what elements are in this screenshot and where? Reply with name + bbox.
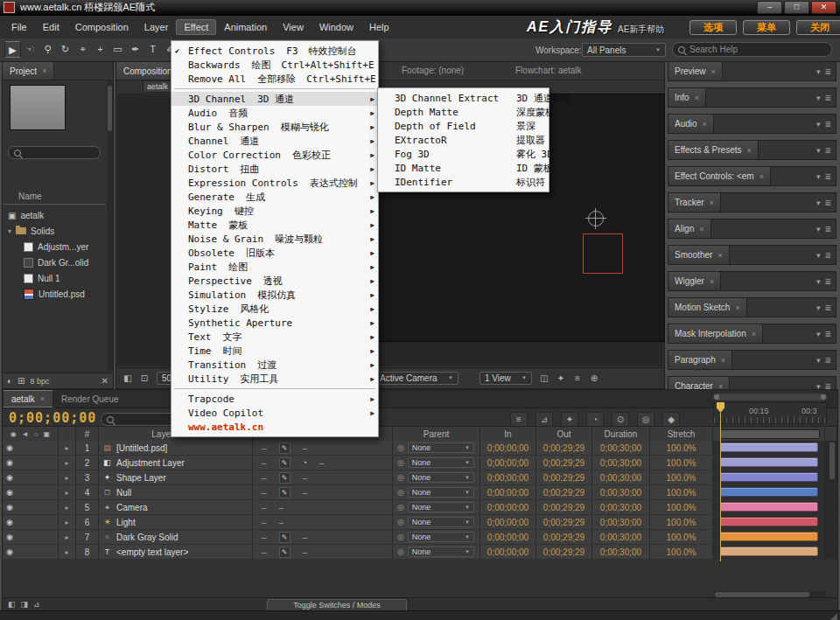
timeline-button-icon[interactable]: ≡ [570,372,584,385]
menu-view[interactable]: View [275,19,312,35]
panel-tab-info[interactable]: Info× [668,88,706,107]
pickwhip-icon[interactable]: ◎ [397,503,404,512]
pickwhip-icon[interactable]: ◎ [397,443,404,452]
layer-in-value[interactable]: 0;00;00;00 [480,456,536,470]
effect-menu-item-trapcode[interactable]: Trapcode▶ [172,392,378,406]
layer-duration-value[interactable]: 0;00;30;00 [592,485,650,499]
pixel-aspect-icon[interactable]: ◫ [537,372,551,385]
effect-menu-item-blur-sharpen[interactable]: Blur & Sharpen模糊与锐化▶ [172,120,378,134]
effect-menu-item-time[interactable]: Time时间▶ [172,344,378,358]
layer-name-cell[interactable]: T<empty text layer> [99,545,253,559]
effect-menu-item-simulation[interactable]: Simulation模拟仿真▶ [172,288,378,302]
pencil-switch-icon[interactable]: ✎ [279,442,290,454]
menu-edit[interactable]: Edit [35,19,67,35]
effect-menu-item-effect-controls[interactable]: ✔Effect ControlsF3特效控制台 [172,44,378,58]
timeline-vertical-scrollbar[interactable] [829,441,836,553]
eye-icon[interactable]: ◉ [6,443,13,452]
effect-menu-item-channel[interactable]: Channel通道▶ [172,134,378,148]
toggle-switches-modes-button[interactable]: Toggle Switches / Modes [267,599,407,611]
panel-tab-motion-sketch[interactable]: Motion Sketch× [668,298,747,317]
layer-stretch-value[interactable]: 100.0% [650,515,713,529]
layer-stretch-value[interactable]: 100.0% [650,441,713,455]
layer-duration-bar[interactable] [720,457,818,467]
layer-in-value[interactable]: 0;00;00;00 [480,515,536,529]
effect-menu-item-noise-grain[interactable]: Noise & Grain噪波与颗粒▶ [172,232,378,246]
layer-stretch-value[interactable]: 100.0% [650,545,713,559]
project-scrollbar[interactable] [107,80,113,371]
collapse-caret-icon[interactable]: ▾ [816,94,821,102]
menu-window[interactable]: Window [312,19,361,35]
layer-duration-value[interactable]: 0;00;30;00 [592,500,650,514]
project-search-input[interactable] [8,146,101,159]
workspace-dropdown[interactable]: All Panels ▼ [582,43,666,57]
layer-expander[interactable]: ▸ [59,456,76,470]
parent-select[interactable]: None▼ [408,487,474,498]
layer-expander[interactable]: ▸ [59,441,76,455]
effect-menu-item-obsolete[interactable]: Obsolete旧版本▶ [172,246,378,260]
collapse-caret-icon[interactable]: ▾ [816,199,821,207]
layer-out-value[interactable]: 0;00;29;29 [536,456,592,470]
panel-menu-icon[interactable]: ≣ [824,120,831,129]
menu-layer[interactable]: Layer [136,19,177,35]
layer-duration-value[interactable]: 0;00;30;00 [592,515,650,529]
pickwhip-icon[interactable]: ◎ [397,533,404,541]
point-of-interest-icon[interactable] [588,211,604,226]
effect-menu-item-keying[interactable]: Keying键控▶ [172,204,378,218]
pickwhip-icon[interactable]: ◎ [397,547,404,556]
pickwhip-icon[interactable]: ◎ [397,473,404,482]
close-icon[interactable]: × [718,251,722,260]
selection-tool-icon[interactable]: ▶ [4,41,21,58]
layer-row-3[interactable]: ◉▸3✦Shape Layer–✎–◎None▼0;00;00;000;00;2… [3,470,837,485]
effect-menu-item-www-aetalk-cn[interactable]: www.aetalk.cn [172,420,378,434]
time-navigator[interactable] [713,394,827,401]
close-icon[interactable]: × [711,67,716,76]
effect-menu-item-stylize[interactable]: Stylize风格化▶ [172,302,378,316]
pencil-switch-icon[interactable]: ✎ [279,487,290,498]
effect-menu-item-expression-controls[interactable]: Expression Controls表达式控制▶ [172,176,378,190]
layer-in-value[interactable]: 0;00;00;00 [480,441,536,455]
parent-select[interactable]: None▼ [408,532,474,542]
current-time-display[interactable]: 0;00;00;00 [9,410,96,426]
adjustment-layer-switch-icon[interactable]: ◔ [303,458,307,467]
panel-menu-icon[interactable]: ≣ [824,199,831,207]
submenu-item-extractor[interactable]: EXtractoR提取器 [378,133,549,147]
close-icon[interactable]: × [42,66,46,75]
zoom-tool-icon[interactable]: ⚲ [39,41,56,58]
close-icon[interactable]: × [721,356,725,365]
effect-menu-item-matte[interactable]: Matte蒙板▶ [172,218,378,232]
effect-menu-item-generate[interactable]: Generate生成▶ [172,190,378,204]
panel-menu-icon[interactable]: ≣ [824,172,831,181]
effect-menu-item-perspective[interactable]: Perspective透视▶ [172,274,378,288]
close-icon[interactable]: × [699,225,704,233]
effect-menu-item-utility[interactable]: Utility实用工具▶ [172,372,378,386]
layer-duration-value[interactable]: 0;00;30;00 [592,470,650,484]
layer-name-cell[interactable]: ☀Light [99,515,253,529]
layer-duration-bar[interactable] [720,532,818,541]
layer-expander[interactable]: ▸ [59,470,76,484]
view-layout-dropdown[interactable]: 1 View ▼ [480,372,532,385]
panel-tab-audio[interactable]: Audio× [668,115,714,133]
parent-select[interactable]: None▼ [408,502,474,512]
layer-row-6[interactable]: ◉▸6☀Light––◎None▼0;00;00;000;00;29;290;0… [3,515,837,530]
layer-row-5[interactable]: ◉▸5⌖Camera––◎None▼0;00;00;000;00;29;290;… [3,500,837,515]
close-icon[interactable]: × [40,394,45,403]
in-column-header[interactable]: In [480,427,536,441]
comp-flowchart-icon[interactable]: ⊕ [587,372,601,385]
panel-tab-align[interactable]: Align× [668,219,711,238]
pencil-switch-icon[interactable]: ✎ [279,547,290,558]
pen-tool-icon[interactable]: ✒ [127,41,144,58]
project-name-column-header[interactable]: Name [3,192,106,205]
effect-menu-item-color-correction[interactable]: Color Correction色彩校正▶ [172,148,378,162]
close-help-button[interactable]: 关闭 [796,20,840,35]
layer-duration-value[interactable]: 0;00;30;00 [592,530,650,544]
layer-duration-bar[interactable] [720,517,818,526]
layer-name-cell[interactable]: ■Dark Gray Solid [99,530,253,544]
project-item-aetalk[interactable]: ▣aetalk [3,207,106,223]
shape-outline[interactable] [583,233,623,274]
effect-menu-item-backwards[interactable]: Backwards绘图Ctrl+Alt+Shift+E [172,58,378,72]
expand-layer-pane-icon[interactable]: ◧ [8,600,16,609]
collapse-caret-icon[interactable]: ▾ [816,251,821,260]
layer-duration-bar[interactable] [720,442,818,452]
effect-menu-item-text[interactable]: Text文字▶ [172,330,378,344]
pencil-switch-icon[interactable]: ✎ [279,457,290,469]
